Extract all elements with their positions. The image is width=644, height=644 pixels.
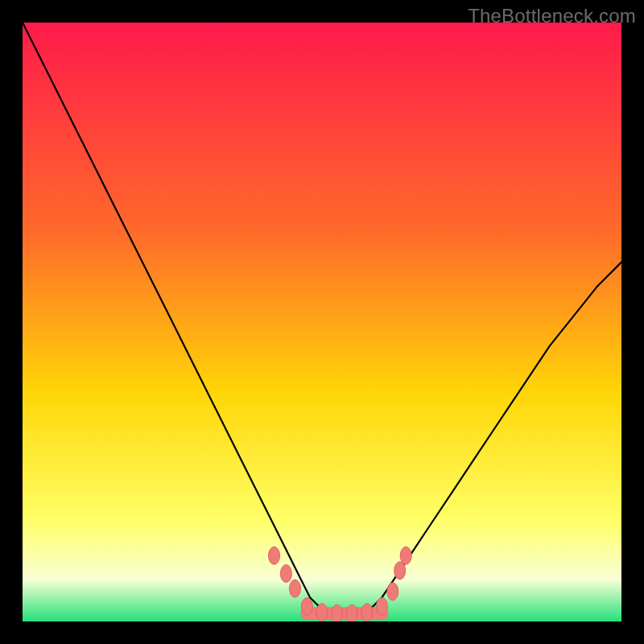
chart-frame: TheBottleneck.com xyxy=(0,0,644,644)
curve-marker xyxy=(269,547,280,564)
curve-marker xyxy=(394,562,406,580)
chart-svg xyxy=(23,23,621,621)
plot-area xyxy=(23,23,621,621)
curve-marker xyxy=(387,583,398,601)
curve-marker xyxy=(400,547,411,564)
curve-marker xyxy=(361,604,373,621)
curve-marker xyxy=(290,580,301,597)
curve-marker xyxy=(301,597,312,615)
gradient-bg xyxy=(23,23,621,621)
curve-marker xyxy=(316,604,328,621)
curve-marker xyxy=(280,565,291,583)
curve-marker xyxy=(346,605,357,621)
watermark-text: TheBottleneck.com xyxy=(468,5,636,27)
curve-marker xyxy=(332,605,343,621)
curve-marker xyxy=(376,597,387,615)
